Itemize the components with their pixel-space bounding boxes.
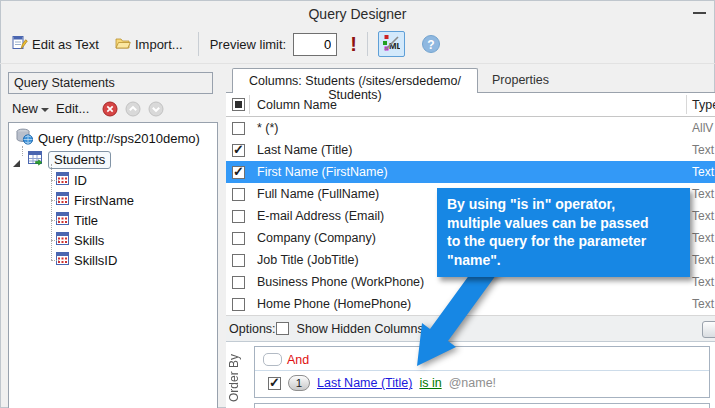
help-icon[interactable]: ? bbox=[421, 34, 441, 54]
minimize-button[interactable] bbox=[693, 12, 706, 14]
next-group-panel bbox=[254, 403, 710, 408]
column-type: AllV bbox=[692, 121, 713, 135]
column-checkbox[interactable] bbox=[232, 232, 245, 245]
filter-group-panel: And 1 Last Name (Title) is in @name! bbox=[254, 346, 710, 398]
column-name: Job Title (JobTitle) bbox=[257, 253, 359, 267]
xml-view-button[interactable]: ML bbox=[378, 31, 405, 57]
column-name: * (*) bbox=[257, 121, 279, 135]
column-type: Text bbox=[692, 165, 714, 179]
column-row[interactable]: Home Phone (HomePhone) Text bbox=[226, 293, 715, 315]
tree-node-query-root[interactable]: Query (http://sps2010demo) bbox=[15, 128, 200, 148]
column-type: Text bbox=[692, 231, 714, 245]
tree-field-item[interactable]: ID bbox=[9, 170, 217, 190]
column-name: Company (Company) bbox=[257, 231, 376, 245]
tree-table-label: Students bbox=[48, 151, 111, 169]
tab-properties[interactable]: Properties bbox=[492, 73, 549, 87]
orderby-condition-checkbox[interactable] bbox=[268, 377, 281, 390]
window-title: Query Designer bbox=[0, 0, 715, 22]
tree-field-item[interactable]: Title bbox=[9, 210, 217, 230]
field-label: Title bbox=[74, 213, 98, 228]
column-checkbox[interactable] bbox=[232, 276, 245, 289]
field-icon bbox=[56, 212, 69, 228]
group-operator-link[interactable]: And bbox=[287, 353, 309, 367]
clipped-button[interactable] bbox=[702, 321, 715, 338]
column-type: Text bbox=[692, 209, 714, 223]
column-type: Text bbox=[692, 297, 714, 311]
field-label: FirstName bbox=[74, 193, 134, 208]
run-query-icon[interactable]: ! bbox=[350, 34, 357, 54]
show-hidden-columns-checkbox[interactable] bbox=[276, 322, 289, 335]
new-label: New bbox=[12, 101, 38, 116]
show-hidden-columns-label: Show Hidden Columns bbox=[297, 322, 424, 336]
column-checkbox[interactable] bbox=[232, 210, 245, 223]
field-icon bbox=[56, 252, 69, 268]
select-all-checkbox[interactable] bbox=[232, 98, 245, 111]
toolbar-separator bbox=[367, 32, 368, 56]
move-down-icon[interactable] bbox=[148, 101, 164, 117]
column-type: Text bbox=[692, 275, 714, 289]
column-row[interactable]: First Name (FirstName) Text bbox=[226, 161, 715, 183]
edit-as-text-button[interactable]: Edit as Text bbox=[8, 32, 103, 57]
tree-root-label: Query (http://sps2010demo) bbox=[38, 131, 200, 146]
delete-statement-icon[interactable] bbox=[102, 101, 118, 117]
new-statement-button[interactable]: New bbox=[12, 101, 49, 116]
column-type: Text bbox=[692, 143, 714, 157]
query-statements-header: Query Statements bbox=[8, 72, 213, 94]
main-toolbar: Edit as Text Import... Preview limit: ! … bbox=[0, 25, 715, 64]
tree-connector bbox=[22, 146, 23, 156]
tree-field-list: ID FirstName Title Skills Skills bbox=[9, 170, 217, 270]
column-checkbox[interactable] bbox=[232, 144, 245, 157]
column-row[interactable]: Last Name (Title) Text bbox=[226, 139, 715, 161]
column-checkbox[interactable] bbox=[232, 122, 245, 135]
options-strip: Options: Show Hidden Columns bbox=[226, 315, 715, 342]
edit-statement-button[interactable]: Edit... bbox=[56, 101, 89, 116]
statements-toolbar: New Edit... bbox=[8, 97, 164, 120]
field-icon bbox=[56, 192, 69, 208]
column-name: Last Name (Title) bbox=[257, 143, 352, 157]
column-type: Text bbox=[692, 187, 714, 201]
column-row[interactable]: * (*) AllV bbox=[226, 117, 715, 139]
column-name: E-mail Address (Email) bbox=[257, 209, 384, 223]
preview-limit-input[interactable] bbox=[293, 33, 337, 56]
import-folder-icon bbox=[115, 35, 131, 54]
tree-node-students[interactable]: Students bbox=[27, 150, 111, 169]
column-checkbox[interactable] bbox=[232, 166, 245, 179]
tree-field-item[interactable]: Skills bbox=[9, 230, 217, 250]
order-by-side-label: Order By bbox=[227, 347, 245, 408]
column-name: Home Phone (HomePhone) bbox=[257, 297, 411, 311]
filter-orderby-region: Order By And 1 Last Name (Title) is in @… bbox=[226, 342, 715, 408]
field-icon bbox=[56, 232, 69, 248]
import-button[interactable]: Import... bbox=[111, 32, 187, 57]
tree-field-item[interactable]: SkillsID bbox=[9, 250, 217, 270]
chevron-down-icon bbox=[41, 108, 49, 112]
tree-field-item[interactable]: FirstName bbox=[9, 190, 217, 210]
xml-icon: ML bbox=[382, 34, 400, 55]
edit-as-text-icon bbox=[12, 35, 28, 54]
field-label: Skills bbox=[74, 233, 104, 248]
field-icon bbox=[56, 172, 69, 188]
condition-row: 1 Last Name (Title) is in @name! bbox=[255, 371, 709, 395]
column-checkbox[interactable] bbox=[232, 298, 245, 311]
toolbar-separator bbox=[198, 32, 199, 56]
svg-text:?: ? bbox=[427, 38, 434, 52]
field-label: ID bbox=[74, 173, 87, 188]
database-icon bbox=[15, 128, 33, 148]
options-label: Options: bbox=[229, 322, 276, 336]
condition-number-badge[interactable]: 1 bbox=[288, 375, 310, 391]
titlebar: Query Designer bbox=[0, 0, 715, 25]
move-up-icon[interactable] bbox=[125, 101, 141, 117]
column-name-header: Column Name bbox=[257, 98, 337, 112]
condition-field-link[interactable]: Last Name (Title) bbox=[317, 376, 412, 390]
preview-limit-label: Preview limit: bbox=[210, 37, 287, 52]
column-checkbox[interactable] bbox=[232, 188, 245, 201]
condition-operator-link[interactable]: is in bbox=[419, 376, 441, 390]
svg-text:ML: ML bbox=[389, 41, 400, 51]
column-checkbox[interactable] bbox=[232, 254, 245, 267]
edit-as-text-label: Edit as Text bbox=[32, 37, 99, 52]
condition-parameter-value: @name! bbox=[449, 376, 496, 390]
grid-header: Column Name Type bbox=[226, 93, 715, 117]
import-label: Import... bbox=[135, 37, 183, 52]
callout-note: By using "is in" operator, multiple valu… bbox=[437, 188, 690, 277]
tab-columns[interactable]: Columns: Students (/sites/ersdedemo/ Stu… bbox=[232, 68, 478, 93]
group-checkbox[interactable] bbox=[263, 353, 282, 366]
